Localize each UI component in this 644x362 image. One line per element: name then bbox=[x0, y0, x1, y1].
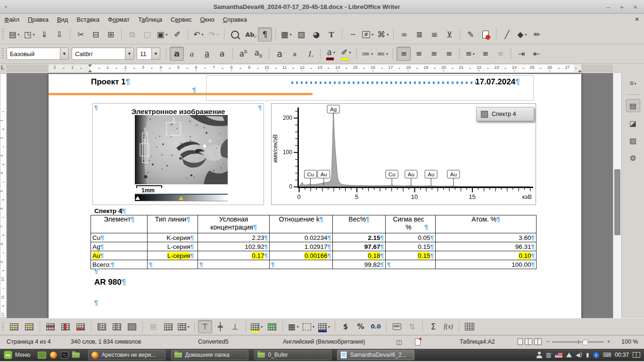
copy-button[interactable]: ⧉ bbox=[125, 27, 139, 41]
italic-button[interactable]: a bbox=[185, 47, 199, 61]
selection-mode-icon[interactable]: ◫ bbox=[396, 338, 402, 346]
font-color-dropdown[interactable]: ▾ bbox=[333, 50, 335, 55]
numbered-list-dropdown[interactable]: ▾ bbox=[386, 52, 388, 56]
zoom-level[interactable]: 100 % bbox=[621, 338, 638, 345]
delete-table-button[interactable] bbox=[74, 320, 88, 333]
split-cells-button[interactable] bbox=[161, 320, 175, 333]
word-count-status[interactable]: 340 слов, 1 834 символов bbox=[71, 338, 141, 345]
align-left-button[interactable]: ≡ bbox=[396, 47, 411, 61]
border-style-button[interactable]: ▦▾ bbox=[286, 320, 300, 333]
open-dropdown[interactable]: ▾ bbox=[33, 33, 35, 37]
table-header-cell[interactable]: Сигма вес %¶ bbox=[386, 215, 436, 233]
border-line-dropdown[interactable]: ▾ bbox=[313, 325, 314, 329]
clear-formatting-button[interactable]: I bbox=[303, 47, 317, 61]
language-status[interactable]: Английский (Великобритания) bbox=[283, 338, 365, 345]
table-cell[interactable]: ¶ bbox=[198, 260, 270, 269]
table-cell[interactable]: 0.17¶ bbox=[198, 251, 270, 260]
line-spacing-button[interactable]: ≡▾ bbox=[463, 47, 477, 61]
taskbar-task[interactable]: Домашняя папка bbox=[171, 350, 248, 360]
table-cell[interactable]: 1.02917¶ bbox=[270, 242, 333, 251]
chevron-down-icon[interactable]: ▼ bbox=[60, 48, 68, 59]
insert-table-dropdown[interactable]: ▾ bbox=[290, 33, 292, 37]
results-table[interactable]: Элемент¶Тип линии¶Условная концентрация¶… bbox=[91, 215, 537, 269]
table-cell[interactable]: L-серия¶ bbox=[148, 242, 198, 251]
numbered-list-button[interactable]: ≕▾ bbox=[375, 47, 389, 61]
indent-marker[interactable] bbox=[88, 70, 92, 72]
table-cell[interactable]: ¶ bbox=[386, 260, 436, 269]
new-document-dropdown[interactable]: ▾ bbox=[18, 33, 20, 37]
close-button[interactable]: × bbox=[633, 3, 637, 11]
table-cell[interactable]: 0.05¶ bbox=[386, 233, 436, 242]
table-properties-button[interactable] bbox=[462, 320, 477, 333]
menu-Вид[interactable]: Вид bbox=[53, 15, 73, 24]
print-preview-button[interactable]: ⊞ bbox=[104, 27, 118, 41]
table-cell[interactable]: 96.31¶ bbox=[436, 242, 537, 251]
book-view-icon[interactable] bbox=[534, 338, 542, 345]
increase-indent-button[interactable]: ⇥ bbox=[514, 47, 528, 61]
find-replace-button[interactable] bbox=[228, 27, 242, 41]
border-style-dropdown[interactable]: ▾ bbox=[297, 325, 299, 329]
table-cell[interactable]: L-серия¶ bbox=[148, 251, 198, 260]
center-vertically-button[interactable]: ╪ bbox=[213, 320, 227, 333]
network-icon[interactable] bbox=[566, 353, 572, 357]
scrollbar-thumb[interactable] bbox=[614, 169, 620, 235]
page-number-status[interactable]: Страница 4 из 4 bbox=[7, 338, 51, 345]
special-character-dropdown[interactable]: ▾ bbox=[387, 33, 388, 37]
show-desktop-icon[interactable] bbox=[38, 352, 46, 359]
basic-shapes-button[interactable]: ◆▾ bbox=[515, 27, 529, 41]
select-column-button[interactable] bbox=[110, 320, 124, 333]
basic-shapes-dropdown[interactable]: ▾ bbox=[525, 33, 527, 37]
save-as-button[interactable]: ⇩ bbox=[52, 27, 66, 41]
zoom-in-icon[interactable]: + bbox=[607, 338, 610, 345]
maximize-button[interactable]: + bbox=[619, 3, 624, 11]
insert-line-button[interactable]: ╱ bbox=[500, 27, 514, 41]
table-cell[interactable]: 2.23¶ bbox=[198, 233, 270, 242]
menu-Правка[interactable]: Правка bbox=[24, 15, 53, 24]
document-date[interactable]: 17.07.2024¶ bbox=[475, 77, 520, 87]
zoom-slider[interactable]: − + bbox=[546, 338, 611, 345]
table-cell[interactable]: 0.15¶ bbox=[386, 251, 436, 260]
paragraph-style-select[interactable]: Базовый ▼ bbox=[7, 48, 69, 60]
border-color-button[interactable]: ▾ bbox=[317, 320, 331, 333]
table-styles-button[interactable] bbox=[265, 320, 279, 333]
currency-format-button[interactable]: $ bbox=[339, 320, 353, 333]
track-changes-button[interactable] bbox=[479, 27, 493, 41]
sort-button[interactable]: ⇅ bbox=[405, 320, 419, 333]
edit-mode-button[interactable]: ✎ bbox=[463, 27, 478, 41]
zoom-out-icon[interactable]: − bbox=[546, 338, 549, 345]
delete-row-button[interactable] bbox=[43, 320, 58, 333]
table-header-cell[interactable]: Тип линии¶ bbox=[148, 215, 198, 233]
taskbar-task[interactable]: 0_Bufer bbox=[254, 350, 331, 360]
keyboard-icon[interactable]: ⌨ bbox=[603, 352, 611, 358]
page-break-button[interactable]: ╌ bbox=[346, 27, 360, 41]
menu-button[interactable]: lm Меню bbox=[0, 349, 34, 361]
optimize-size-dropdown[interactable]: ▾ bbox=[188, 325, 190, 329]
undo-dropdown[interactable]: ▾ bbox=[202, 33, 204, 37]
undo-button[interactable]: ↶▾ bbox=[191, 27, 206, 41]
user-applet-icon[interactable] bbox=[537, 352, 542, 358]
multi-page-view-icon[interactable] bbox=[525, 338, 532, 345]
borders-dropdown[interactable]: ▾ bbox=[261, 325, 263, 329]
clock[interactable]: 00:37 bbox=[615, 352, 629, 358]
update-manager-icon[interactable]: i bbox=[593, 352, 599, 358]
page-style-status[interactable]: Converted5 bbox=[198, 338, 229, 345]
sem-image[interactable]: 3 1 2 4 bbox=[135, 115, 228, 184]
minimize-button[interactable]: – bbox=[606, 3, 610, 11]
files-launcher-icon[interactable] bbox=[72, 353, 80, 358]
indent-marker[interactable] bbox=[88, 65, 92, 67]
insert-row-above-button[interactable] bbox=[7, 320, 21, 333]
chevron-down-icon[interactable]: ▼ bbox=[151, 48, 160, 59]
spectrum-chart-frame[interactable]: 0100200051015кэВимп/сек/эВCuAuAgCuAuAuAu… bbox=[271, 103, 536, 205]
workspace-switcher-icon[interactable] bbox=[633, 352, 640, 358]
spelling-button[interactable]: Ab bbox=[243, 27, 257, 41]
align-center-button[interactable]: ≡ bbox=[412, 47, 426, 61]
insert-chart-button[interactable]: ◕ bbox=[309, 27, 323, 41]
optimize-size-button[interactable]: ▾ bbox=[176, 320, 191, 333]
line-spacing-dropdown[interactable]: ▾ bbox=[473, 52, 475, 56]
vertical-scrollbar[interactable] bbox=[613, 73, 621, 318]
font-size-select[interactable]: 11 ▼ bbox=[137, 48, 160, 60]
formatting-marks-button[interactable]: ¶ bbox=[258, 27, 272, 41]
menu-Справка[interactable]: Справка bbox=[219, 15, 251, 24]
table-cell[interactable]: Cu¶ bbox=[91, 233, 148, 242]
save-button[interactable]: ⇓ bbox=[37, 27, 51, 41]
